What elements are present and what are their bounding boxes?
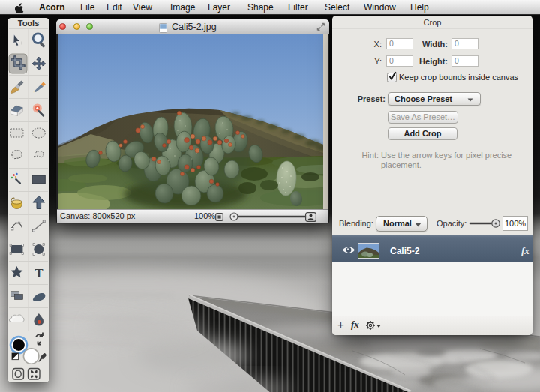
svg-text:T: T bbox=[34, 266, 44, 280]
